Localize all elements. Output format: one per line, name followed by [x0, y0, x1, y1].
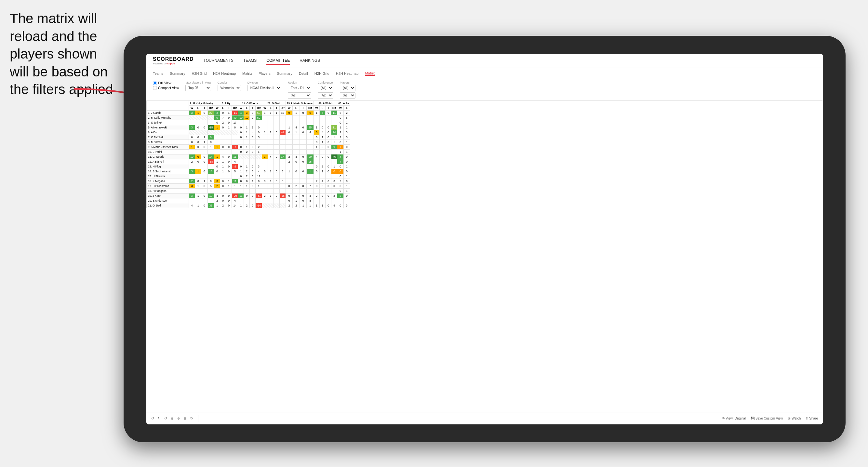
cell: -2: [232, 164, 238, 169]
cell: [326, 150, 331, 154]
cell: [331, 120, 337, 125]
cell: 2: [331, 193, 337, 198]
cell: 1: [293, 111, 300, 116]
cell: 0: [238, 135, 244, 140]
sub-nav-summary2[interactable]: Summary: [277, 71, 292, 75]
nav-rankings[interactable]: RANKINGS: [300, 57, 320, 65]
cell: 0: [201, 203, 208, 208]
view-original-btn[interactable]: 👁 View: Original: [722, 416, 746, 420]
cell: [331, 174, 337, 179]
cell: 25: [307, 125, 314, 130]
sub-nav: Teams Summary H2H Grid H2H Heatmap Matri…: [146, 68, 823, 79]
cell: 24: [331, 130, 337, 135]
sub-nav-h2h-grid[interactable]: H2H Grid: [191, 71, 207, 75]
compact-view-radio[interactable]: [153, 86, 157, 90]
sub-nav-summary[interactable]: Summary: [170, 71, 185, 75]
region-all-select[interactable]: (All): [288, 92, 311, 98]
cell: 0: [337, 140, 344, 145]
cell: [201, 164, 208, 169]
cell: [262, 189, 268, 193]
cell: 0: [326, 203, 331, 208]
player-name: 13. N Klug: [147, 164, 189, 169]
cell: 3: [256, 135, 262, 140]
main-nav: TOURNAMENTS TEAMS COMMITTEE RANKINGS: [204, 57, 320, 65]
players-label: Players: [340, 81, 355, 84]
cell: [268, 145, 274, 150]
cell: 2: [293, 203, 300, 208]
settings-btn[interactable]: ⊙: [177, 416, 180, 420]
undo-btn[interactable]: ↺: [151, 416, 154, 420]
cell: 1: [244, 184, 250, 189]
cell: [262, 164, 268, 169]
cell: [244, 198, 250, 203]
cell: 4: [250, 130, 256, 135]
players-all-select[interactable]: (All): [340, 92, 355, 98]
share-btn[interactable]: ⬆ Share: [806, 416, 818, 420]
sub-nav-matrix[interactable]: Matrix: [242, 71, 252, 75]
cell: [268, 189, 274, 193]
sub-nav-detail[interactable]: Detail: [299, 71, 308, 75]
table-row: 11. G Woods 100014 14011 14017 24020 400…: [147, 154, 350, 159]
full-view-option[interactable]: Full View: [153, 81, 179, 85]
matrix-area[interactable]: 2. M Kelly Mulcahy 6. A Dy 11. G Woods 2…: [146, 101, 823, 407]
cell: [268, 159, 274, 164]
cell: 0: [256, 179, 262, 184]
gender-select[interactable]: Women's: [218, 85, 241, 91]
nav-tournaments[interactable]: TOURNAMENTS: [204, 57, 234, 65]
grid-btn[interactable]: ⊞: [184, 416, 186, 420]
cell: [279, 164, 285, 169]
cell: 7: [307, 184, 314, 189]
nav-teams[interactable]: TEAMS: [243, 57, 257, 65]
sub-nav-teams[interactable]: Teams: [153, 71, 163, 75]
cell: [293, 120, 300, 125]
sub-nav-players[interactable]: Players: [258, 71, 271, 75]
cell: 0: [226, 145, 232, 150]
watch-label: Watch: [792, 416, 801, 420]
cell: 1: [268, 111, 274, 116]
cell: 1: [320, 140, 326, 145]
cell: [226, 140, 232, 145]
cell: 1: [226, 184, 232, 189]
sub-nav-h2h-grid2[interactable]: H2H Grid: [314, 71, 330, 75]
cell: 1: [232, 184, 238, 189]
refresh-btn[interactable]: ↻: [190, 416, 193, 420]
player-name: 1. J Garcia: [147, 111, 189, 116]
forward-btn[interactable]: ↻: [158, 416, 160, 420]
players-select[interactable]: (All): [340, 85, 355, 91]
max-players-select[interactable]: Top 25: [185, 85, 211, 91]
cell: 1: [337, 125, 344, 130]
cell: [320, 159, 326, 164]
back-btn[interactable]: ↺: [164, 416, 167, 420]
sub-h-l2: L: [220, 106, 226, 111]
header-player-2: 6. A Dy: [214, 101, 238, 106]
cell: 0: [226, 198, 232, 203]
division-select[interactable]: NCAA Division II: [247, 85, 281, 91]
table-row: 17. D Ballesteros 3105 2011 1101 0207 00…: [147, 184, 350, 189]
sub-nav-matrix2[interactable]: Matrix: [365, 71, 375, 76]
cell: 1: [214, 154, 220, 159]
cell: 20: [307, 154, 314, 159]
cell: 0: [226, 116, 232, 120]
sub-nav-h2h-heatmap2[interactable]: H2H Heatmap: [336, 71, 359, 75]
cell: [331, 159, 337, 164]
conference-select[interactable]: (All): [318, 85, 333, 91]
cell: 6: [344, 116, 350, 120]
cell: [201, 116, 208, 120]
nav-committee[interactable]: COMMITTEE: [266, 57, 290, 65]
watch-btn[interactable]: ◎ Watch: [788, 416, 801, 420]
cell: 0: [250, 111, 256, 116]
conference-all-select[interactable]: (All): [318, 92, 333, 98]
sub-nav-h2h-heatmap[interactable]: H2H Heatmap: [213, 71, 236, 75]
zoom-btn[interactable]: ⊕: [171, 416, 173, 420]
cell: 1: [220, 164, 226, 169]
region-select[interactable]: East - DII: [288, 85, 311, 91]
compact-view-option[interactable]: Compact View: [153, 86, 179, 90]
cell: [274, 125, 279, 130]
cell: 0: [262, 179, 268, 184]
save-custom-btn[interactable]: 💾 Save Custom View: [751, 416, 783, 420]
cell: [189, 150, 195, 154]
cell: [320, 120, 326, 125]
bottom-toolbar: ↺ ↻ ↺ ⊕ ⊙ ⊞ ↻ 👁 View: Original 💾 Save Cu…: [146, 412, 823, 425]
full-view-radio[interactable]: [153, 81, 157, 85]
player-name: 17. D Ballesteros: [147, 184, 189, 189]
